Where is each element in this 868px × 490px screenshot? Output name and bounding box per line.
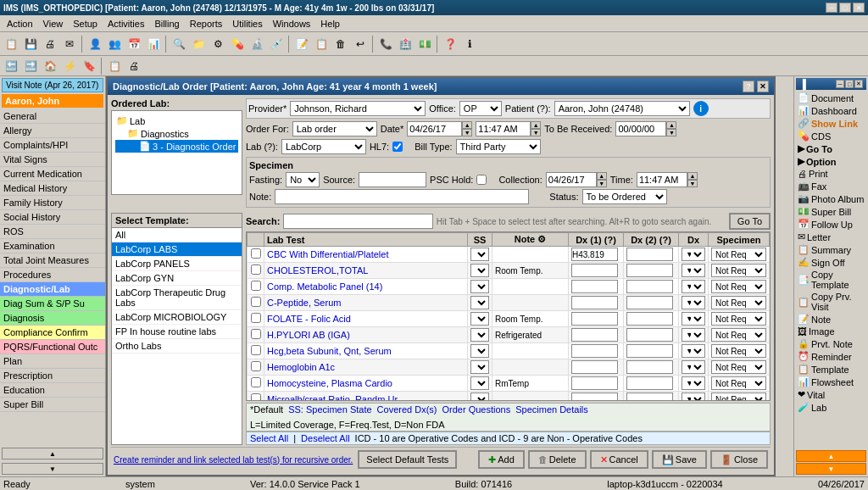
dx2-input-4[interactable] xyxy=(626,296,673,309)
toolbar-btn-18[interactable]: ↩ xyxy=(351,35,370,53)
status-select[interactable]: To be Ordered xyxy=(582,189,667,204)
right-panel-lab[interactable]: 🧪 Lab xyxy=(796,401,866,414)
close-btn[interactable]: ✕ xyxy=(853,3,865,13)
ss-select-10[interactable] xyxy=(470,393,489,401)
nav-allergy[interactable]: Allergy xyxy=(0,124,105,138)
specimen-select-7[interactable]: Not Req xyxy=(711,344,766,358)
nav-plan[interactable]: Plan xyxy=(0,354,105,369)
source-input[interactable] xyxy=(359,172,426,187)
dialog-help-btn[interactable]: ? xyxy=(743,81,754,92)
dx-select-7[interactable]: ▼Dx xyxy=(682,344,705,358)
specimen-select-10[interactable]: Not Req xyxy=(711,393,766,401)
template-therapeutic[interactable]: LabCorp Therapeutic Drug Labs xyxy=(112,286,242,310)
coll-date-up[interactable]: ▲ xyxy=(597,172,607,180)
dx-select-6[interactable]: ▼Dx xyxy=(682,328,705,342)
minimize-btn[interactable]: ─ xyxy=(826,3,837,13)
right-panel-follow-up[interactable]: 📅 Follow Up xyxy=(796,218,866,231)
right-panel-flowsheet[interactable]: 📊 Flowsheet xyxy=(796,376,866,388)
specimen-select-3[interactable]: Not Req xyxy=(711,280,766,293)
toolbar-btn-13[interactable]: 🔬 xyxy=(248,35,266,53)
dx1-input-8[interactable] xyxy=(571,360,618,374)
toolbar2-btn-6[interactable]: 📋 xyxy=(105,57,124,75)
ss-select-8[interactable] xyxy=(470,360,489,374)
toolbar2-btn-2[interactable]: 🔜 xyxy=(21,57,40,75)
cancel-button[interactable]: ✕ Cancel xyxy=(590,450,648,469)
dx2-input-1[interactable] xyxy=(626,248,673,261)
fasting-select[interactable]: No xyxy=(286,172,320,187)
template-fp-inhouse[interactable]: FP In house routine labs xyxy=(112,325,242,339)
right-panel-document[interactable]: 📄 Document xyxy=(796,92,866,104)
dx1-input-10[interactable] xyxy=(571,393,618,401)
row-check-3[interactable] xyxy=(251,281,261,291)
right-panel-dashboard[interactable]: 📊 Dashboard xyxy=(796,104,866,117)
nav-scroll-down[interactable]: ▼ xyxy=(2,463,103,475)
right-panel-letter[interactable]: ✉ Letter xyxy=(796,231,866,243)
row-check-8[interactable] xyxy=(251,361,261,371)
dx1-input-7[interactable] xyxy=(571,344,618,358)
close-dialog-button[interactable]: 🚪 Close xyxy=(710,450,768,469)
menu-setup[interactable]: Setup xyxy=(68,17,103,31)
save-button[interactable]: 💾 Save xyxy=(652,450,707,469)
dx1-input-4[interactable] xyxy=(571,296,618,309)
nav-diagnostic-lab[interactable]: Diagnostic/Lab xyxy=(0,282,105,297)
patient-select[interactable]: Aaron, John (24748) xyxy=(554,101,690,116)
dialog-close-btn[interactable]: ✕ xyxy=(757,81,769,92)
ss-select-4[interactable] xyxy=(470,296,489,309)
specimen-select-8[interactable]: Not Req xyxy=(711,360,766,374)
coll-time-down[interactable]: ▼ xyxy=(687,180,698,187)
coll-date-down[interactable]: ▼ xyxy=(597,180,607,187)
received-spin-down[interactable]: ▼ xyxy=(666,129,676,136)
dx-select-9[interactable]: ▼Dx xyxy=(682,376,705,390)
received-input[interactable] xyxy=(615,121,666,136)
note-input[interactable] xyxy=(275,189,529,204)
dx1-input-2[interactable] xyxy=(571,264,618,277)
toolbar-btn-20[interactable]: 🏥 xyxy=(396,35,415,53)
order-for-select[interactable]: Lab order xyxy=(292,121,377,136)
toolbar-btn-5[interactable]: 👤 xyxy=(86,35,104,53)
lab-test-name-8[interactable]: Hemoglobin A1c xyxy=(264,359,468,376)
template-microbiology[interactable]: LabCorp MICROBIOLOGY xyxy=(112,310,242,325)
specimen-select-9[interactable]: Not Req xyxy=(711,376,766,390)
nav-pqrs[interactable]: PQRS/Functional Outc xyxy=(0,340,105,354)
nav-general[interactable]: General xyxy=(0,109,105,124)
dx2-input-6[interactable] xyxy=(626,328,673,342)
menu-windows[interactable]: Windows xyxy=(268,17,316,31)
right-panel-reminder[interactable]: ⏰ Reminder xyxy=(796,350,866,363)
menu-help[interactable]: Help xyxy=(315,17,345,31)
dx2-input-5[interactable] xyxy=(626,312,673,326)
toolbar2-btn-4[interactable]: ⚡ xyxy=(60,57,79,75)
right-panel-photo-album[interactable]: 📷 Photo Album xyxy=(796,192,866,205)
toolbar-btn-6[interactable]: 👥 xyxy=(105,35,124,53)
menu-view[interactable]: View xyxy=(38,17,69,31)
right-panel-summary[interactable]: 📋 Summary xyxy=(796,243,866,256)
toolbar-btn-23[interactable]: ℹ xyxy=(460,35,479,53)
time-spin-down[interactable]: ▼ xyxy=(531,129,541,136)
specimen-select-4[interactable]: Not Req xyxy=(711,296,766,309)
row-check-2[interactable] xyxy=(251,264,261,275)
dx2-input-10[interactable] xyxy=(626,393,673,401)
specimen-select-6[interactable]: Not Req xyxy=(711,328,766,342)
nav-education[interactable]: Education xyxy=(0,383,105,398)
row-check-5[interactable] xyxy=(251,313,261,323)
lab-test-name-5[interactable]: FOLATE - Folic Acid xyxy=(264,311,468,327)
dx2-input-2[interactable] xyxy=(626,264,673,277)
row-check-4[interactable] xyxy=(251,297,261,307)
nav-super-bill[interactable]: Super Bill xyxy=(0,398,105,412)
coll-time-up[interactable]: ▲ xyxy=(687,172,698,180)
specimen-select-1[interactable]: Not Req xyxy=(711,248,766,261)
template-all[interactable]: All xyxy=(112,228,242,242)
lab-test-name-4[interactable]: C-Peptide, Serum xyxy=(264,295,468,311)
ss-select-2[interactable] xyxy=(470,264,489,277)
psc-checkbox[interactable] xyxy=(476,175,487,185)
template-labcorp-labs[interactable]: LabCorp LABS xyxy=(112,242,242,257)
dx2-input-9[interactable] xyxy=(626,376,673,390)
ss-select-5[interactable] xyxy=(470,312,489,326)
dx1-input-6[interactable] xyxy=(571,328,618,342)
nav-complaints[interactable]: Complaints/HPI xyxy=(0,138,105,153)
specimen-select-2[interactable]: Not Req xyxy=(711,264,766,277)
row-check-7[interactable] xyxy=(251,345,261,355)
specimen-select-5[interactable]: Not Req xyxy=(711,312,766,326)
dx-select-2[interactable]: ▼Dx xyxy=(682,264,705,277)
menu-billing[interactable]: Billing xyxy=(149,17,184,31)
toolbar-btn-3[interactable]: 🖨 xyxy=(41,35,59,53)
